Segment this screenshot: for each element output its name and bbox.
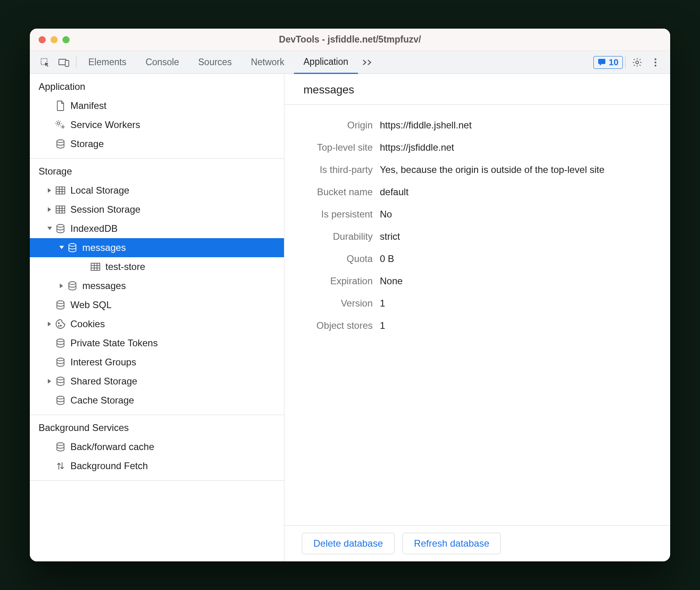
cookie-icon — [54, 318, 66, 330]
svg-point-37 — [57, 443, 64, 446]
section-title: Storage — [30, 163, 284, 181]
svg-point-31 — [60, 325, 62, 326]
sidebar-item-storage[interactable]: Storage — [30, 134, 284, 153]
disclosure-triangle-icon[interactable] — [47, 188, 53, 193]
svg-point-21 — [57, 225, 64, 227]
sidebar-item-interest-groups[interactable]: Interest Groups — [30, 353, 284, 372]
db-icon — [54, 138, 66, 150]
disclosure-triangle-icon[interactable] — [47, 207, 53, 212]
tab-application[interactable]: Application — [294, 51, 358, 74]
db-icon — [66, 280, 78, 292]
property-value: 1 — [380, 320, 385, 331]
db-icon — [54, 375, 66, 387]
main-panel: messages Originhttps://fiddle.jshell.net… — [284, 74, 670, 561]
sidebar-item-shared-storage[interactable]: Shared Storage — [30, 372, 284, 391]
tab-elements[interactable]: Elements — [79, 51, 136, 74]
property-row: Bucket namedefault — [284, 181, 670, 203]
svg-point-4 — [636, 61, 639, 64]
sidebar-item-label: Service Workers — [70, 119, 140, 130]
property-key: Is third-party — [284, 164, 380, 175]
sidebar-item-local-storage[interactable]: Local Storage — [30, 181, 284, 200]
disclosure-triangle-icon[interactable] — [58, 245, 65, 250]
sidebar-item-label: Back/forward cache — [70, 441, 154, 452]
devtools-window: DevTools - jsfiddle.net/5tmpfuzv/ Elemen… — [30, 29, 670, 561]
gears-icon — [54, 119, 66, 131]
sidebar-item-label: Web SQL — [70, 299, 112, 311]
property-value: default — [380, 186, 408, 198]
sidebar-item-web-sql[interactable]: Web SQL — [30, 295, 284, 314]
titlebar: DevTools - jsfiddle.net/5tmpfuzv/ — [30, 29, 670, 51]
property-row: ExpirationNone — [284, 270, 670, 292]
sidebar-section: ApplicationManifestService WorkersStorag… — [30, 74, 284, 159]
section-title: Application — [30, 79, 284, 96]
property-value: https://fiddle.jshell.net — [380, 120, 472, 131]
toolbar-separator — [76, 56, 76, 68]
issues-count: 10 — [609, 57, 618, 68]
device-toolbar-icon[interactable] — [54, 54, 74, 70]
table-icon — [54, 184, 66, 196]
svg-point-5 — [655, 58, 657, 60]
db-icon — [54, 356, 66, 368]
sidebar-item-private-state-tokens[interactable]: Private State Tokens — [30, 334, 284, 353]
svg-point-7 — [655, 64, 657, 66]
sidebar-item-indexeddb[interactable]: IndexedDB — [30, 219, 284, 238]
disclosure-triangle-icon[interactable] — [58, 283, 65, 289]
property-value: No — [380, 209, 392, 220]
sidebar-item-label: Cookies — [70, 318, 105, 330]
svg-point-32 — [58, 326, 59, 326]
sidebar-item-label: Local Storage — [70, 185, 129, 196]
sidebar-item-back-forward-cache[interactable]: Back/forward cache — [30, 437, 284, 456]
sidebar-item-cache-storage[interactable]: Cache Storage — [30, 391, 284, 410]
sidebar-item-messages[interactable]: messages — [30, 238, 284, 257]
property-key: Expiration — [284, 276, 380, 287]
sidebar-item-manifest[interactable]: Manifest — [30, 96, 284, 115]
panel-tabs: ElementsConsoleSourcesNetworkApplication — [79, 51, 358, 74]
sidebar-item-label: Background Fetch — [70, 460, 148, 472]
property-value: None — [380, 276, 402, 287]
svg-point-29 — [57, 301, 64, 304]
window-title: DevTools - jsfiddle.net/5tmpfuzv/ — [30, 34, 670, 45]
sidebar-item-label: IndexedDB — [70, 223, 118, 234]
inspect-element-icon[interactable] — [35, 54, 54, 70]
minimize-window-button[interactable] — [51, 36, 58, 43]
maximize-window-button[interactable] — [62, 36, 70, 43]
tab-network[interactable]: Network — [241, 51, 294, 74]
sidebar-item-session-storage[interactable]: Session Storage — [30, 200, 284, 219]
sidebar-item-messages[interactable]: messages — [30, 276, 284, 295]
disclosure-triangle-icon[interactable] — [47, 321, 53, 327]
more-options-icon[interactable] — [646, 54, 665, 70]
property-key: Quota — [284, 253, 380, 264]
file-icon — [54, 100, 66, 112]
delete-database-button[interactable]: Delete database — [302, 533, 395, 554]
svg-rect-2 — [65, 60, 69, 66]
more-tabs-icon[interactable] — [358, 54, 377, 70]
db-icon — [66, 242, 78, 254]
property-value: https://jsfiddle.net — [380, 142, 454, 153]
disclosure-triangle-icon[interactable] — [47, 226, 53, 231]
tab-sources[interactable]: Sources — [189, 51, 241, 74]
svg-point-8 — [57, 122, 60, 124]
tab-console[interactable]: Console — [136, 51, 189, 74]
sidebar-item-cookies[interactable]: Cookies — [30, 314, 284, 334]
property-key: Durability — [284, 231, 380, 242]
issues-badge[interactable]: 10 — [593, 56, 623, 69]
property-value: strict — [380, 231, 400, 242]
property-row: Durabilitystrict — [284, 225, 670, 248]
sidebar-item-label: Manifest — [70, 100, 107, 111]
refresh-database-button[interactable]: Refresh database — [402, 533, 501, 554]
property-row: Quota0 B — [284, 248, 670, 270]
property-key: Origin — [284, 120, 380, 131]
sidebar-item-test-store[interactable]: test-store — [30, 257, 284, 276]
settings-icon[interactable] — [628, 54, 646, 70]
toolbar-separator — [625, 56, 626, 68]
sidebar-item-label: messages — [82, 242, 126, 253]
content-area: ApplicationManifestService WorkersStorag… — [30, 74, 670, 561]
sidebar-item-background-fetch[interactable]: Background Fetch — [30, 456, 284, 475]
property-value: Yes, because the origin is outside of th… — [380, 164, 605, 175]
table-icon — [54, 204, 66, 215]
sidebar-item-label: Storage — [70, 138, 104, 149]
disclosure-triangle-icon[interactable] — [47, 378, 53, 384]
sidebar-item-service-workers[interactable]: Service Workers — [30, 115, 284, 134]
main-footer: Delete database Refresh database — [284, 525, 670, 561]
close-window-button[interactable] — [39, 36, 46, 43]
